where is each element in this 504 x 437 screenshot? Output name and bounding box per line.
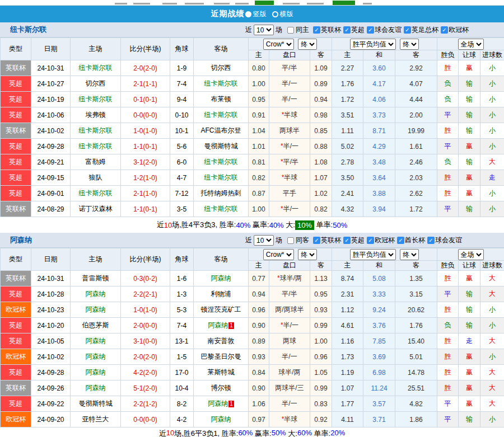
- away-team[interactable]: 南安普敦: [194, 333, 249, 349]
- away-team[interactable]: 利物浦: [194, 286, 249, 302]
- result-wdl: 胜: [437, 186, 459, 201]
- league-checkbox-checked[interactable]: ✓: [313, 237, 320, 244]
- away-team[interactable]: 顿涅茨克矿工: [194, 302, 249, 318]
- home-team[interactable]: 富勒姆: [71, 154, 121, 170]
- cropped-green-button[interactable]: [255, 1, 274, 5]
- match-row: 英超24-10-27切尔西2-1(1-1)7-4纽卡斯尔联1.00半/一0.89…: [1, 76, 504, 92]
- radio-vertical-label[interactable]: 竖版: [253, 10, 267, 19]
- radio-horizontal-unselected[interactable]: [272, 11, 278, 17]
- league-filter-option[interactable]: ✓英联杯: [313, 236, 341, 245]
- away-team[interactable]: 阿森纳1: [194, 318, 249, 333]
- away-team[interactable]: 巴黎圣日尔曼: [194, 349, 249, 365]
- odds-time-select[interactable]: 终: [298, 39, 317, 50]
- eu-home-odds: 1.19: [332, 365, 363, 380]
- away-team[interactable]: 纽卡斯尔联: [194, 154, 249, 170]
- away-team[interactable]: 纽卡斯尔联: [194, 107, 249, 123]
- corner-score: 5-3: [170, 302, 194, 318]
- home-team[interactable]: 普雷斯顿: [71, 271, 121, 286]
- summary-text: 赢率:: [250, 220, 269, 230]
- euro-avg-select[interactable]: 胜平负均值: [350, 39, 396, 50]
- away-team[interactable]: 切尔西: [194, 60, 249, 76]
- cropped-green-button[interactable]: [333, 1, 355, 5]
- euro-time-select[interactable]: 终: [400, 249, 419, 260]
- home-team[interactable]: 纽卡斯尔联: [71, 60, 121, 76]
- league-filter-option[interactable]: ✓酋长杯: [397, 236, 425, 245]
- home-team[interactable]: 阿森纳: [71, 365, 121, 380]
- home-team[interactable]: 埃弗顿: [71, 107, 121, 123]
- same-venue-checkbox[interactable]: [287, 27, 294, 34]
- league-type-badge: 英超: [1, 318, 31, 333]
- euro-time-select[interactable]: 终: [400, 39, 419, 50]
- league-filter-option[interactable]: ✓球会友谊: [367, 25, 402, 35]
- league-label: 球会友谊: [375, 25, 402, 35]
- home-team[interactable]: 狼队: [71, 170, 121, 186]
- radio-horizontal-label[interactable]: 横版: [280, 10, 293, 19]
- recent-count-select[interactable]: 10: [254, 235, 274, 246]
- home-team[interactable]: 纽卡斯尔联: [71, 139, 121, 154]
- away-team[interactable]: 曼彻斯特城: [194, 139, 249, 154]
- league-checkbox-checked[interactable]: ✓: [313, 26, 320, 34]
- scope-select[interactable]: 全场: [458, 249, 484, 260]
- handicap-line: *半/一: [269, 201, 310, 217]
- away-team[interactable]: 托特纳姆热刺: [194, 186, 249, 201]
- home-team[interactable]: 亚特兰大: [71, 412, 121, 427]
- away-team[interactable]: 博尔顿: [194, 380, 249, 396]
- recent-count-select[interactable]: 10: [254, 25, 274, 35]
- home-team[interactable]: 曼彻斯特城: [71, 396, 121, 412]
- home-team[interactable]: 阿森纳: [71, 286, 121, 302]
- eu-draw-odds: 4.29: [363, 139, 395, 154]
- home-team[interactable]: 切尔西: [71, 76, 121, 92]
- away-team[interactable]: 纽卡斯尔联: [194, 76, 249, 92]
- league-checkbox-checked[interactable]: ✓: [367, 237, 374, 244]
- scope-select[interactable]: 全场: [458, 39, 484, 50]
- result-goals: 大: [480, 396, 504, 412]
- away-team[interactable]: 阿森纳1: [194, 396, 249, 412]
- league-checkbox-checked[interactable]: ✓: [367, 26, 374, 34]
- radio-vertical-selected[interactable]: [245, 11, 251, 17]
- away-team[interactable]: 纽卡斯尔联: [194, 201, 249, 217]
- home-team[interactable]: 阿森纳: [71, 380, 121, 396]
- home-team[interactable]: 伯恩茅斯: [71, 318, 121, 333]
- home-team[interactable]: 诺丁汉森林: [71, 201, 121, 217]
- away-team[interactable]: AFC温布尔登: [194, 123, 249, 139]
- odds-time-select[interactable]: 终: [298, 249, 317, 260]
- league-filter-option[interactable]: ✓球会友谊: [427, 236, 462, 245]
- league-checkbox-checked[interactable]: ✓: [343, 237, 351, 244]
- league-checkbox-checked[interactable]: ✓: [343, 26, 351, 34]
- league-filter-option[interactable]: ✓欧冠杯: [441, 25, 469, 35]
- match-row: 英联杯24-10-31普雷斯顿0-3(0-2)1-6阿森纳0.77*球半/两1.…: [1, 271, 504, 286]
- home-team[interactable]: 阿森纳: [71, 349, 121, 365]
- same-venue-checkbox[interactable]: [287, 237, 294, 244]
- league-checkbox-checked[interactable]: ✓: [404, 26, 411, 34]
- odds-company-select[interactable]: Crow*: [263, 249, 294, 260]
- home-team[interactable]: 阿森纳: [71, 302, 121, 318]
- match-date: 24-10-31: [31, 60, 71, 76]
- home-team[interactable]: 纽卡斯尔联: [71, 92, 121, 107]
- team-name-link[interactable]: 阿森纳: [10, 235, 32, 245]
- league-checkbox-checked[interactable]: ✓: [441, 26, 448, 34]
- corner-score: 4-2: [170, 412, 194, 427]
- away-team[interactable]: 布莱顿: [194, 92, 249, 107]
- home-team[interactable]: 阿森纳: [71, 333, 121, 349]
- handicap-star: *: [282, 415, 284, 423]
- league-filter-option[interactable]: ✓英足总杯: [404, 25, 438, 35]
- home-team[interactable]: 纽卡斯尔联: [71, 186, 121, 201]
- home-team[interactable]: 纽卡斯尔联: [71, 123, 121, 139]
- away-team[interactable]: 阿森纳: [194, 271, 249, 286]
- away-team[interactable]: 阿森纳: [194, 412, 249, 427]
- euro-avg-select[interactable]: 胜平负均值: [350, 249, 396, 260]
- away-team[interactable]: 莱斯特城: [194, 365, 249, 380]
- away-team[interactable]: 纽卡斯尔联: [194, 170, 249, 186]
- league-filter-option[interactable]: ✓欧冠杯: [367, 236, 395, 245]
- league-checkbox-checked[interactable]: ✓: [397, 237, 404, 244]
- toolbar-fragment: [307, 3, 324, 4]
- match-date: 24-10-20: [31, 318, 71, 333]
- result-wdl: 负: [437, 154, 459, 170]
- league-checkbox-checked[interactable]: ✓: [427, 237, 435, 244]
- league-filter-option[interactable]: ✓英超: [343, 236, 365, 245]
- league-filter-option[interactable]: ✓英联杯: [313, 25, 341, 35]
- team-name-link[interactable]: 纽卡斯尔联: [10, 25, 46, 35]
- league-filter-option[interactable]: ✓英超: [343, 25, 365, 35]
- odds-company-select[interactable]: Crow*: [263, 39, 294, 50]
- match-score: 0-3(0-2): [121, 271, 170, 286]
